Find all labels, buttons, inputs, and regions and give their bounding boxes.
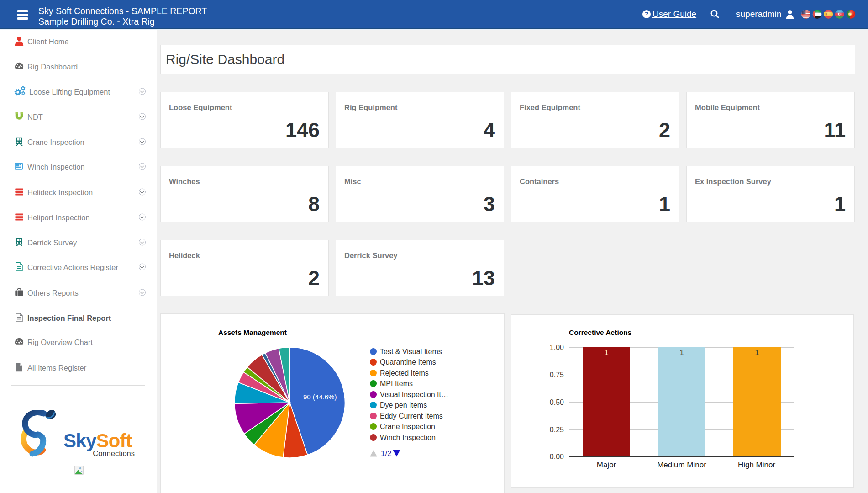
svg-text:90 (44.6%): 90 (44.6%): [303, 393, 337, 401]
